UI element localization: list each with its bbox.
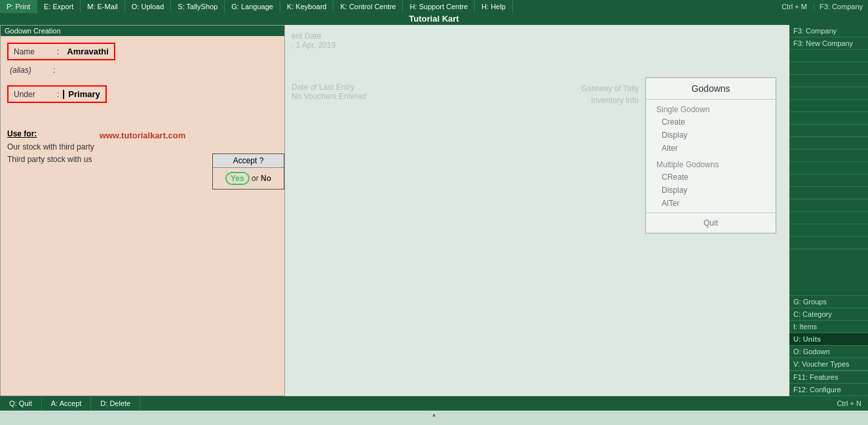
sidebar-items[interactable]: I: Items	[789, 321, 868, 333]
title-bar: Tutorial Kart	[0, 13, 868, 25]
gateway-text: Gateway of Tally	[581, 84, 639, 93]
sidebar-empty-11	[789, 174, 868, 187]
godown-quit[interactable]: Quit	[646, 212, 776, 233]
accept-dialog: Accept ? Yes or No	[212, 153, 284, 190]
sidebar-fn-group: F11: Features F12: Configure	[789, 371, 868, 396]
menu-language[interactable]: G: Language	[225, 0, 280, 13]
sidebar-godown[interactable]: O: Godown	[789, 346, 868, 358]
single-create[interactable]: Create	[646, 115, 776, 129]
menu-tallyshop[interactable]: S: TallyShop	[171, 0, 225, 13]
name-label: Name	[14, 47, 53, 56]
middle-panel: ent Date , 1 Apr, 2019 Date of Last Entr…	[285, 25, 789, 396]
under-field-box: Under : Primary	[7, 85, 107, 103]
sidebar-f11-features[interactable]: F11: Features	[789, 371, 868, 384]
f3-company-top[interactable]: F3: Company	[814, 3, 868, 10]
name-value: Amravathi	[67, 47, 109, 56]
under-value: Primary	[68, 89, 100, 99]
use-for-line1: Our stock with third party	[7, 141, 278, 153]
godown-menu-panel: Godowns Single Godown Create Display Alt…	[645, 77, 776, 233]
bottom-accept[interactable]: A: Accept	[42, 396, 91, 411]
sidebar-inventory-group: G: Groups C: Category I: Items U: Units …	[789, 295, 868, 371]
sidebar-empty-9	[789, 150, 868, 162]
godown-creation-header: Godown Creation	[1, 26, 284, 36]
sidebar-empty-5	[789, 100, 868, 112]
sidebar-empty-6	[789, 112, 868, 125]
godown-creation-panel: Godown Creation Name : Amravathi (alias)…	[0, 25, 285, 396]
sidebar-empty-12	[789, 187, 868, 199]
menu-help[interactable]: H: Help	[475, 0, 513, 13]
sidebar-empty-8	[789, 137, 868, 150]
menu-control-centre[interactable]: K: Control Centre	[333, 0, 403, 13]
watermark: www.tutorialkart.com	[100, 131, 186, 140]
multiple-godown-title: Multiple Godowns	[646, 155, 776, 171]
sidebar-f3-new-company[interactable]: F3: New Company	[789, 37, 868, 50]
sidebar-empty-14	[789, 212, 868, 224]
bottom-bar: Q: Quit A: Accept D: Delete Ctrl + N	[0, 396, 868, 411]
menu-print[interactable]: P: Print	[0, 0, 37, 13]
alias-label: (alias)	[10, 66, 49, 75]
sidebar-voucher-types[interactable]: V: Voucher Types	[789, 358, 868, 371]
menu-support-centre[interactable]: H: Support Centre	[403, 0, 475, 13]
single-alter[interactable]: Alter	[646, 142, 776, 155]
menu-export[interactable]: E: Export	[37, 0, 81, 13]
sidebar-f3-company[interactable]: F3: Company	[789, 25, 868, 37]
sidebar-f12-configure[interactable]: F12: Configure	[789, 384, 868, 396]
current-date-value: , 1 Apr, 2019	[292, 41, 783, 50]
or-no-text: or No	[250, 174, 271, 183]
current-date-label: ent Date	[292, 31, 783, 41]
sidebar-empty-10	[789, 162, 868, 174]
ctrl-n-hint: Ctrl + N	[830, 399, 868, 407]
single-godown-title: Single Godown	[646, 100, 776, 115]
godown-panel-title: Godowns	[646, 78, 776, 100]
sidebar-empty-4	[789, 87, 868, 100]
multiple-alter[interactable]: AlTer	[646, 197, 776, 210]
right-sidebar: F3: Company F3: New Company G: Groups C:…	[789, 25, 868, 396]
sidebar-empty-7	[789, 125, 868, 137]
sidebar-empty-2	[789, 62, 868, 75]
inventory-text: Inventory Info	[591, 96, 639, 105]
yes-button[interactable]: Yes	[225, 172, 250, 185]
bottom-quit[interactable]: Q: Quit	[0, 396, 42, 411]
single-display[interactable]: Display	[646, 129, 776, 142]
accept-dialog-title: Accept ?	[213, 154, 284, 168]
sidebar-groups[interactable]: G: Groups	[789, 296, 868, 308]
sidebar-empty-1	[789, 50, 868, 62]
sidebar-empty-15	[789, 224, 868, 237]
sidebar-units[interactable]: U: Units	[789, 333, 868, 346]
sidebar-empty-3	[789, 75, 868, 87]
menu-upload[interactable]: O: Upload	[125, 0, 172, 13]
sidebar-empty-16	[789, 237, 868, 249]
sidebar-category[interactable]: C: Category	[789, 308, 868, 321]
menu-keyboard[interactable]: K: Keyboard	[280, 0, 334, 13]
ctrl-m-hint: Ctrl + M	[775, 3, 814, 10]
cursor-indicator	[63, 90, 64, 99]
top-menu-bar: P: Print E: Export M: E-Mail O: Upload S…	[0, 0, 868, 13]
bottom-delete[interactable]: D: Delete	[91, 396, 140, 411]
menu-email[interactable]: M: E-Mail	[81, 0, 124, 13]
name-field-box: Name : Amravathi	[7, 43, 115, 60]
under-label: Under	[14, 90, 53, 99]
multiple-create[interactable]: CReate	[646, 171, 776, 184]
multiple-display[interactable]: Display	[646, 184, 776, 197]
scroll-indicator: ▲	[0, 411, 868, 417]
sidebar-empty-13	[789, 199, 868, 212]
